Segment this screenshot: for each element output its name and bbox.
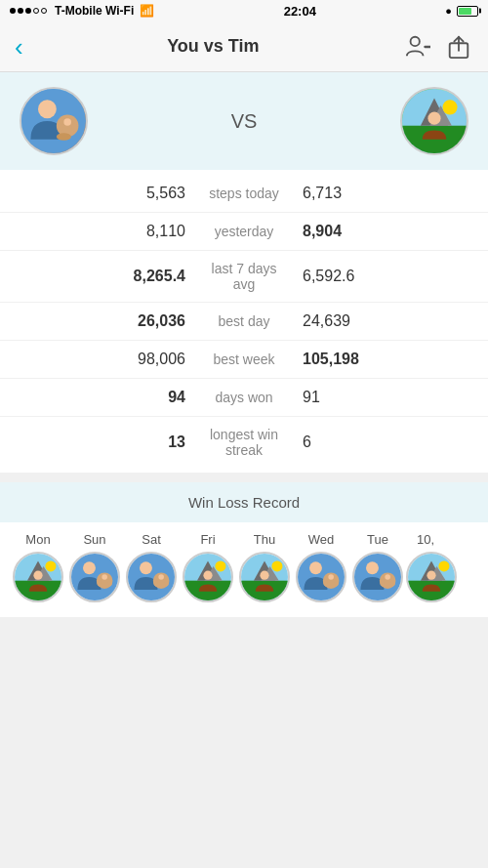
svg-point-15 [442, 100, 457, 114]
small-user-avatar [298, 554, 345, 600]
day-avatar-7 [406, 552, 457, 602]
day-avatar-item [406, 552, 457, 602]
stat-value-left: 5,563 [0, 185, 195, 202]
status-left: T-Mobile Wi-Fi 📶 [10, 4, 154, 18]
stat-label: days won [195, 390, 293, 405]
win-loss-title: Win Loss Record [0, 482, 488, 522]
svg-point-54 [366, 561, 379, 574]
day-avatar-item [349, 552, 406, 602]
day-avatar-4 [239, 552, 290, 602]
nav-actions [403, 32, 473, 62]
tim-avatar [400, 87, 468, 155]
svg-point-64 [427, 571, 435, 580]
share-button[interactable] [444, 32, 473, 62]
dot3 [25, 8, 31, 14]
stat-value-left: 94 [0, 389, 195, 406]
dot2 [18, 8, 23, 14]
stat-label: last 7 days avg [195, 261, 293, 292]
svg-point-21 [45, 560, 56, 571]
svg-point-27 [97, 579, 102, 586]
signal-icon: ● [445, 5, 452, 17]
vs-label: VS [88, 110, 400, 133]
stat-value-right: 6,713 [293, 185, 488, 202]
stats-row: 8,265.4 last 7 days avg 6,592.6 [0, 251, 488, 303]
stat-value-right: 24,639 [293, 312, 488, 330]
add-friend-button[interactable] [403, 32, 432, 62]
stats-row: 8,110 yesterday 8,904 [0, 213, 488, 251]
carrier-label: T-Mobile Wi-Fi [55, 4, 134, 18]
stat-value-right: 6 [293, 434, 488, 451]
dot1 [10, 8, 16, 14]
small-tim-avatar [15, 554, 61, 600]
stat-value-right: 105,198 [293, 351, 488, 368]
history-section: MonSunSatFriThuWedTue10, [0, 522, 488, 617]
svg-point-56 [385, 574, 390, 580]
small-user-avatar [354, 554, 401, 600]
status-right: ● [445, 5, 478, 17]
svg-point-10 [72, 123, 78, 132]
day-labels-row: MonSunSatFriThuWedTue10, [0, 532, 488, 547]
avatars-row [0, 552, 488, 602]
day-avatar-5 [296, 552, 346, 602]
win-loss-section: Win Loss Record [0, 482, 488, 522]
small-user-avatar [71, 554, 118, 600]
svg-point-0 [411, 36, 420, 45]
day-avatar-1 [69, 552, 120, 602]
day-label: 10, [406, 532, 445, 547]
day-label: Wed [293, 532, 349, 547]
svg-point-52 [334, 579, 339, 586]
stat-value-left: 8,110 [0, 223, 195, 240]
svg-point-50 [328, 574, 334, 580]
day-label: Sun [66, 532, 123, 547]
stat-value-right: 6,592.6 [293, 268, 488, 285]
svg-point-32 [158, 574, 164, 580]
page-title: You vs Tim [167, 36, 259, 57]
tim-avatar-image [402, 89, 467, 153]
day-avatar-item [293, 552, 349, 602]
svg-point-57 [380, 579, 385, 586]
share-icon [446, 34, 471, 60]
day-avatar-item [66, 552, 123, 602]
stat-value-right: 91 [293, 389, 488, 406]
svg-point-45 [271, 560, 282, 571]
stat-label: longest win streak [195, 427, 293, 458]
stat-value-left: 13 [0, 434, 195, 451]
svg-point-40 [203, 571, 212, 580]
day-avatar-3 [183, 552, 233, 602]
day-avatar-2 [126, 552, 177, 602]
user-avatar [20, 87, 88, 155]
day-label: Mon [10, 532, 66, 547]
add-friend-icon [405, 34, 430, 60]
day-label: Tue [349, 532, 406, 547]
svg-rect-12 [402, 126, 467, 153]
signal-dots [10, 8, 47, 14]
svg-point-28 [107, 579, 112, 586]
stat-label: steps today [195, 186, 293, 201]
stats-section: 5,563 steps today 6,713 8,110 yesterday … [0, 170, 488, 473]
stats-row: 13 longest win streak 6 [0, 417, 488, 468]
svg-point-7 [57, 133, 71, 141]
vs-section: VS [0, 72, 488, 170]
svg-point-24 [83, 561, 96, 574]
user-avatar-image [21, 89, 86, 153]
day-avatar-0 [13, 552, 63, 602]
svg-point-33 [153, 579, 158, 586]
small-tim-avatar [408, 554, 455, 600]
stat-label: yesterday [195, 224, 293, 239]
stat-value-left: 26,036 [0, 312, 195, 330]
day-avatar-item [123, 552, 180, 602]
day-avatar-6 [352, 552, 403, 602]
day-label: Sat [123, 532, 180, 547]
small-tim-avatar [241, 554, 288, 600]
time-display: 22:04 [284, 4, 316, 19]
battery-fill [459, 8, 471, 15]
day-avatar-item [236, 552, 293, 602]
svg-point-5 [38, 100, 57, 118]
stat-value-left: 8,265.4 [0, 268, 195, 285]
day-label: Thu [236, 532, 293, 547]
stat-label: best day [195, 313, 293, 329]
back-button[interactable]: ‹ [15, 34, 23, 60]
svg-point-39 [215, 560, 225, 571]
day-label: Fri [180, 532, 236, 547]
svg-point-51 [323, 579, 328, 586]
